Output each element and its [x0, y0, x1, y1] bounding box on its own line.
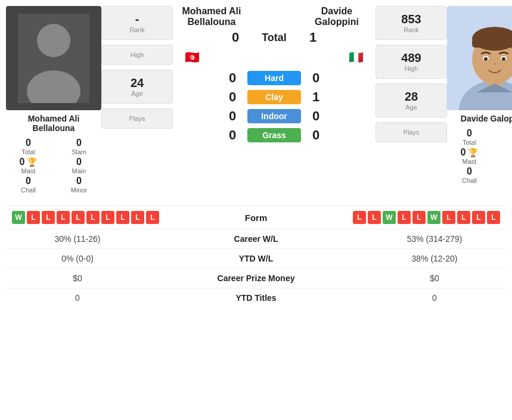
- clay-badge: Clay: [247, 90, 301, 104]
- player1-rank-value: -: [105, 13, 169, 26]
- player2-rank-box: 853 Rank: [376, 6, 447, 40]
- middle-section: - Rank High 24 Age Plays: [101, 6, 447, 145]
- form-badge-l: L: [116, 211, 129, 224]
- hard-row: 0 Hard 0: [173, 70, 376, 86]
- form-label: Form: [245, 213, 268, 223]
- player2-total-label: Total: [447, 139, 492, 146]
- p2-indoor: 0: [307, 108, 325, 124]
- player2-stats: 0 Total 0 Slam 0 🏆 Mast 0 Main: [447, 128, 512, 184]
- ytd-wl-label: YTD W/L: [143, 254, 369, 263]
- career-wl-label: Career W/L: [143, 234, 369, 244]
- player1-total-label: Total: [6, 148, 51, 155]
- player1-rank-box: - Rank: [101, 6, 173, 40]
- player1-minor-label: Minor: [57, 186, 101, 194]
- form-badge-l: L: [442, 211, 455, 224]
- player1-name: Mohamed Ali Bellalouna: [6, 114, 101, 133]
- player2-mast: 0: [461, 147, 466, 158]
- form-badge-l: L: [146, 211, 159, 224]
- form-badge-w: W: [383, 211, 396, 224]
- ytd-titles-row: 0 YTD Titles 0: [6, 288, 506, 307]
- player1-chall: 0: [6, 176, 51, 186]
- player2-age-box: 28 Age: [376, 83, 447, 117]
- player2-main: 0: [498, 147, 512, 158]
- player2-plays-label: Plays: [379, 129, 443, 136]
- p1-total-score: 0: [226, 30, 244, 45]
- p1-clay: 0: [224, 89, 241, 105]
- prize-label: Career Prize Money: [143, 273, 369, 283]
- player1-stats: 0 Total 0 Slam 0 🏆 Mast 0 Main: [6, 138, 101, 194]
- form-badge-l: L: [72, 211, 85, 224]
- ytd-wl-row: 0% (0-0) YTD W/L 38% (12-20): [6, 249, 506, 269]
- player1-trophy-icon: 🏆: [27, 157, 37, 167]
- player1-total: 0: [6, 138, 51, 148]
- form-badge-l: L: [101, 211, 114, 224]
- player2-rank-label: Rank: [379, 26, 443, 33]
- player2-form-badges: LLWLLWLLLL: [353, 211, 500, 224]
- form-section: WLLLLLLLLL Form LLWLLWLLLL: [6, 206, 506, 229]
- player2-plays-box: Plays: [376, 122, 447, 142]
- player2-chall-label: Chall: [447, 177, 492, 184]
- form-badge-l: L: [368, 211, 381, 224]
- player2-age-label: Age: [379, 104, 443, 111]
- p1-ytd-titles: 0: [12, 293, 143, 303]
- form-badge-l: L: [457, 211, 470, 224]
- player1-plays-box: Plays: [101, 108, 173, 129]
- player1-avatar: [6, 6, 101, 110]
- player2-minor: 0: [498, 166, 512, 177]
- p1-indoor: 0: [224, 108, 241, 124]
- p2-hard: 0: [307, 70, 325, 86]
- player2-total: 0: [447, 128, 492, 139]
- player2-slam-label: Slam: [498, 139, 512, 146]
- score-section: Mohamed AliBellalouna DavideGaloppini 0 …: [173, 6, 376, 143]
- player1-minor: 0: [57, 176, 101, 186]
- player1-form-badges: WLLLLLLLLL: [12, 211, 159, 224]
- total-label: Total: [250, 32, 298, 44]
- player1-chall-label: Chall: [6, 186, 51, 194]
- svg-point-11: [484, 57, 488, 61]
- flag-row: 🇹🇳 🇮🇹: [173, 50, 376, 64]
- form-badge-w: W: [427, 211, 440, 224]
- form-badge-l: L: [487, 211, 500, 224]
- hard-badge: Hard: [247, 71, 301, 85]
- player1-high-label: High: [105, 51, 169, 58]
- p1-ytd-wl: 0% (0-0): [12, 254, 143, 263]
- player2-name: Davide Galoppini: [461, 114, 512, 123]
- player2-mast-label: Mast: [447, 158, 492, 165]
- career-wl-row: 30% (11-26) Career W/L 53% (314-279): [6, 229, 506, 249]
- form-badge-l: L: [353, 211, 366, 224]
- player2-chall: 0: [447, 166, 492, 177]
- player2-card: Davide Galoppini 0 Total 0 Slam 0 🏆 Mast: [447, 6, 512, 184]
- player2-main-label: Main: [498, 158, 512, 165]
- p1-grass: 0: [224, 127, 241, 143]
- player1-age-value: 24: [105, 76, 169, 90]
- grass-badge: Grass: [247, 128, 301, 142]
- player2-avatar: [447, 6, 512, 110]
- player1-age-label: Age: [105, 90, 169, 97]
- player2-minor-label: Minor: [498, 177, 512, 184]
- player1-age-box: 24 Age: [101, 70, 173, 104]
- player1-main-label: Main: [57, 167, 101, 175]
- svg-point-1: [37, 24, 70, 57]
- player2-trophy-icon: 🏆: [468, 148, 478, 157]
- p2-flag: 🇮🇹: [349, 50, 364, 64]
- player1-rank-section: - Rank High 24 Age Plays: [101, 6, 173, 131]
- form-badge-l: L: [131, 211, 144, 224]
- prize-row: $0 Career Prize Money $0: [6, 269, 506, 288]
- stats-table: 30% (11-26) Career W/L 53% (314-279) 0% …: [6, 229, 506, 307]
- player2-rank-section: 853 Rank 489 High 28 Age Plays: [376, 6, 447, 145]
- player1-main: 0: [57, 157, 101, 167]
- form-badge-l: L: [57, 211, 70, 224]
- player1-plays-label: Plays: [105, 115, 169, 122]
- form-badge-l: L: [42, 211, 55, 224]
- p1-career-wl: 30% (11-26): [12, 234, 143, 244]
- player2-high-value: 489: [379, 51, 443, 65]
- p1-flag: 🇹🇳: [185, 50, 200, 64]
- player2-high-label: High: [379, 65, 443, 72]
- p2-total-score: 1: [304, 30, 322, 45]
- player1-card: Mohamed Ali Bellalouna 0 Total 0 Slam 0 …: [6, 6, 101, 194]
- form-badge-l: L: [27, 211, 40, 224]
- svg-point-12: [502, 57, 505, 61]
- player1-mast-label: Mast: [6, 167, 51, 175]
- player2-high-box: 489 High: [376, 45, 447, 79]
- p2-grass: 0: [307, 127, 325, 143]
